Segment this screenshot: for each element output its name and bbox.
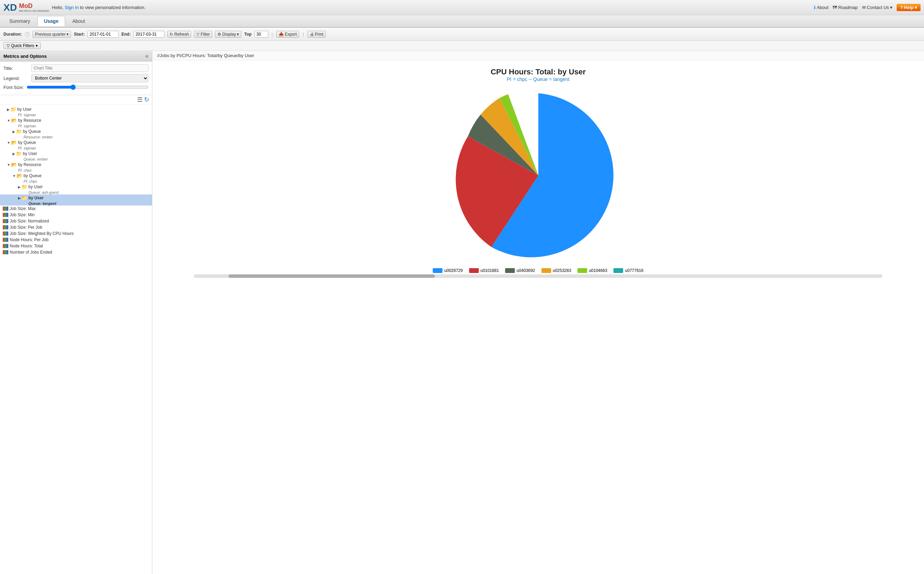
tree-item-by-resource-1[interactable]: ▼ 📂 by Resource [0, 117, 152, 124]
legend-label-u0028729: u0028729 [444, 268, 463, 273]
start-input[interactable] [88, 31, 119, 38]
tree-item-job-per[interactable]: Job Size: Per Job [0, 224, 152, 230]
export-button[interactable]: 📥 Export [276, 31, 300, 38]
print-button[interactable]: 🖨 Print [307, 31, 326, 38]
chart-content: CPU Hours: Total: by User PI = chpc -- Q… [152, 60, 924, 574]
tree-item-jobs-ended[interactable]: Number of Jobs Ended [0, 249, 152, 255]
roadmap-link[interactable]: 🗺 Roadmap [832, 5, 858, 10]
help-icon: ? [900, 5, 903, 10]
tree-item-by-user-ash[interactable]: ▶ 📁 by User [0, 183, 152, 190]
tree-item-job-min[interactable]: Job Size: Min [0, 212, 152, 218]
duration-dropdown[interactable]: Previous quarter▾ [33, 31, 71, 38]
start-label: Start: [74, 32, 84, 37]
duration-chevron: ▾ [66, 32, 68, 37]
options-area: Title: Legend: Bottom Center Top Top Lef… [0, 62, 152, 95]
tabbar: Summary Usage About [0, 15, 924, 28]
chart-scrollbar[interactable] [194, 274, 882, 278]
chart-title: CPU Hours: Total: by User [491, 68, 586, 76]
sep1: | [272, 32, 273, 37]
header-left: XD MoD METRICS ON DEMAND Hello, Sign In … [3, 2, 145, 13]
about-link[interactable]: ℹ About [814, 5, 828, 10]
pie-svg [452, 89, 625, 262]
sidebar-header-buttons: « [145, 53, 148, 59]
tree-item-by-queue-sigman[interactable]: ▼ 📂 by Queue [0, 139, 152, 146]
tree-pi-chpc: PI: chpc [0, 168, 152, 172]
tab-summary[interactable]: Summary [3, 16, 37, 26]
sign-in-link[interactable]: Sign In [65, 5, 79, 10]
bar-icon-jobs-ended [3, 250, 8, 254]
title-input[interactable] [31, 65, 148, 72]
font-label: Font Size: [3, 85, 27, 90]
help-link[interactable]: ? Help ▾ [897, 4, 921, 11]
quickfilters-bar: ▽ Quick Filters ▾ [0, 41, 924, 51]
bar-icon-node-per [3, 238, 8, 242]
display-chevron: ▾ [237, 32, 239, 37]
tree-item-by-queue-1[interactable]: ▶ 📁 by Queue [0, 128, 152, 135]
display-icon: ⚙ [217, 32, 221, 37]
font-slider-wrap [27, 84, 148, 90]
sep2: | [303, 32, 303, 37]
tree-item-by-queue-chpc[interactable]: ▼ 📂 by Queue [0, 172, 152, 179]
sidebar-collapse-button[interactable]: « [145, 53, 148, 59]
top-label: Top [244, 32, 251, 37]
font-slider[interactable] [27, 84, 148, 90]
tree-item-node-total[interactable]: Node Hours: Total [0, 243, 152, 249]
end-label: End: [122, 32, 131, 37]
tree-container: ▶ 📁 by User PI: sigman ▼ 📂 by Resource P… [0, 104, 152, 574]
tree-queue-ash-guest: Queue: ash-guest [0, 190, 152, 194]
main-layout: Metrics and Options « Title: Legend: Bot… [0, 51, 924, 574]
tree-refresh-button[interactable]: ↻ [144, 96, 149, 104]
expand-icon-4: ▼ [7, 141, 10, 145]
header-nav: ℹ About 🗺 Roadmap ✉ Contact Us ▾ ? Help … [814, 4, 921, 11]
tree-item-job-max[interactable]: Job Size: Max [0, 205, 152, 212]
header-greeting: Hello, Sign In to view personalized info… [52, 5, 145, 10]
quick-filters-button[interactable]: ▽ Quick Filters ▾ [3, 42, 41, 49]
export-icon: 📥 [279, 32, 284, 37]
legend-select-wrap: Bottom Center Top Top Left Top Right Bot… [31, 74, 148, 82]
tree-pi-sigman-2: PI: sigman [0, 124, 152, 128]
filter-button[interactable]: ▽ Filter [194, 31, 212, 38]
font-row: Font Size: [3, 84, 148, 90]
tree-queue-tangent: Queue: tangent [0, 201, 152, 205]
tree-item-by-resource-chpc[interactable]: ▼ 📂 by Resource [0, 161, 152, 168]
expand-icon-9: ▶ [18, 196, 21, 200]
contact-link[interactable]: ✉ Contact Us ▾ [862, 5, 892, 10]
tree-pi-chpc-2: PI: chpc [0, 179, 152, 183]
legend-label-u0403692: u0403692 [516, 268, 535, 273]
tree-queue-ember: Queue: ember [0, 157, 152, 161]
tree-item-by-user-2[interactable]: ▶ 📁 by User [0, 150, 152, 157]
expand-icon-6: ▼ [7, 163, 10, 167]
logo-xd: XD [3, 2, 17, 13]
legend-select[interactable]: Bottom Center Top Top Left Top Right Bot… [31, 74, 148, 82]
tab-about[interactable]: About [66, 16, 92, 26]
chart-legend: u0028729 u0101881 u0403692 u0253283 u010… [433, 268, 643, 273]
tree-item-by-user-1[interactable]: ▶ 📁 by User [0, 106, 152, 113]
display-button[interactable]: ⚙ Display ▾ [215, 31, 241, 38]
end-input[interactable] [133, 31, 164, 38]
tree-item-by-user-tangent[interactable]: ▶ 📁 by User [0, 194, 152, 201]
legend-u0104663: u0104663 [578, 268, 607, 273]
legend-u0777616: u0777616 [613, 268, 643, 273]
legend-color-u0777616 [613, 268, 623, 273]
sidebar-title: Metrics and Options [3, 54, 47, 59]
tree-item-node-per[interactable]: Node Hours: Per Job [0, 237, 152, 243]
tree-item-job-weighted[interactable]: Job Size: Weighted By CPU Hours [0, 230, 152, 237]
tree-item-job-norm[interactable]: Job Size: Normalized [0, 218, 152, 224]
chart-scrollbar-thumb[interactable] [229, 274, 435, 278]
qf-chevron: ▾ [36, 43, 38, 48]
print-icon: 🖨 [310, 32, 314, 37]
legend-label-u0101881: u0101881 [480, 268, 499, 273]
bar-icon-job-per [3, 225, 8, 229]
expand-icon-3: ▶ [13, 130, 15, 134]
refresh-button[interactable]: ↻ Refresh [167, 31, 191, 38]
filter-icon: ▽ [196, 32, 199, 37]
legend-label-u0253283: u0253283 [553, 268, 571, 273]
tree-list-button[interactable]: ☰ [137, 96, 143, 104]
legend-u0028729: u0028729 [433, 268, 463, 273]
top-input[interactable] [254, 31, 268, 38]
bar-icon-job-min [3, 213, 8, 217]
expand-icon-5: ▶ [13, 152, 15, 156]
chart-area: //Jobs by PI/CPU Hours: Total/by Queue/b… [152, 51, 924, 574]
expand-icon-7: ▼ [13, 174, 16, 178]
tab-usage[interactable]: Usage [37, 16, 65, 26]
